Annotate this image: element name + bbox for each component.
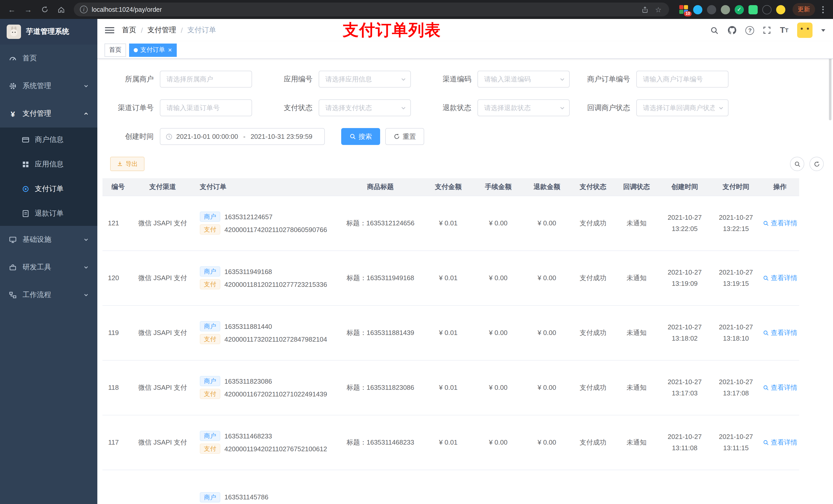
cell-amount: ¥ 0.01: [423, 305, 474, 360]
screen: ← → i localhost:1024/pay/order ☆ 10 ✓: [0, 0, 833, 504]
help-icon[interactable]: ?: [746, 26, 754, 34]
merchant-input[interactable]: [160, 71, 252, 88]
hamburger-icon[interactable]: [105, 26, 114, 34]
sidebar-item-refund-order[interactable]: 退款订单: [0, 201, 97, 226]
cell-id: 119: [102, 305, 130, 360]
view-detail-label: 查看详情: [771, 438, 798, 447]
update-button[interactable]: 更新: [792, 3, 815, 16]
cell-channel: 微信 JSAPI 支付: [130, 360, 195, 415]
back-icon[interactable]: ←: [5, 3, 19, 16]
chevron-down-icon: [84, 236, 89, 244]
reload-icon[interactable]: [38, 3, 51, 16]
tag-label: 支付订单: [140, 46, 165, 54]
range-separator: -: [241, 133, 247, 140]
search-button[interactable]: 搜索: [341, 128, 380, 145]
breadcrumb-home[interactable]: 首页: [122, 26, 136, 35]
bookmark-star-icon[interactable]: ☆: [654, 5, 663, 14]
ext-gray-icon[interactable]: [721, 5, 730, 14]
ext-green-chat-icon[interactable]: [748, 5, 758, 14]
sidebar-item-workflow[interactable]: 工作流程: [0, 281, 97, 309]
pay-tag: 支付: [200, 334, 220, 344]
sidebar-item-devtools[interactable]: 研发工具: [0, 254, 97, 281]
cell-title: 标题：1635311881439: [338, 305, 423, 360]
sidebar-item-system[interactable]: 系统管理: [0, 72, 97, 100]
ext-dark-icon[interactable]: [707, 5, 716, 14]
cell-amount: ¥ 0.01: [423, 360, 474, 415]
view-detail-link[interactable]: 查看详情: [763, 328, 798, 337]
cell-title: 标题：1635311468233: [338, 415, 423, 470]
cell-pay-time: 2021-10-2713:18:10: [711, 305, 761, 360]
address-bar[interactable]: i localhost:1024/pay/order ☆: [74, 3, 669, 16]
refund-status-select[interactable]: [477, 99, 570, 116]
avatar-caret-icon[interactable]: [821, 29, 825, 31]
view-detail-link[interactable]: 查看详情: [763, 273, 798, 283]
font-size-icon[interactable]: TT: [780, 26, 788, 34]
chevron-down-icon: [401, 105, 406, 111]
filter-label: 商户订单编号: [579, 74, 636, 84]
channel-order-no-input[interactable]: [160, 99, 252, 116]
fullscreen-icon[interactable]: [763, 26, 771, 34]
refresh-button[interactable]: [809, 157, 824, 171]
date: 2021-10-27: [711, 267, 761, 278]
share-icon[interactable]: [640, 5, 649, 14]
ext-pin-icon[interactable]: [762, 5, 771, 14]
date: 2021-10-27: [711, 377, 761, 387]
view-detail-label: 查看详情: [771, 273, 798, 283]
notify-status-select[interactable]: [636, 99, 729, 116]
breadcrumb-payment[interactable]: 支付管理: [147, 26, 176, 35]
merchant-order-no-input[interactable]: [636, 71, 729, 88]
page-info-icon[interactable]: i: [80, 6, 88, 13]
cell-create-time: 2021-10-2713:19:09: [658, 250, 711, 305]
view-detail-link[interactable]: 查看详情: [763, 438, 798, 447]
sidebar-item-pay-order[interactable]: 支付订单: [0, 177, 97, 201]
app-select[interactable]: [319, 71, 411, 88]
view-detail-link[interactable]: 查看详情: [763, 383, 798, 392]
forward-icon[interactable]: →: [22, 3, 35, 16]
sidebar-item-label: 工作流程: [23, 290, 51, 299]
dashboard-icon: [9, 54, 17, 63]
reset-button[interactable]: 重置: [385, 128, 424, 145]
scrollbar-thumb[interactable]: [829, 49, 831, 120]
close-icon[interactable]: ×: [168, 47, 172, 53]
time: 13:17:03: [658, 387, 711, 399]
view-detail-link[interactable]: 查看详情: [763, 218, 798, 228]
reset-button-label: 重置: [403, 132, 416, 141]
orders-table: 编号 支付渠道 支付订单 商品标题 支付金额 手续金额 退款金额 支付状态 回调…: [102, 178, 799, 504]
date: 2021-10-27: [658, 212, 711, 223]
tag-home[interactable]: 首页: [104, 43, 126, 56]
toggle-search-button[interactable]: [790, 157, 804, 171]
monitor-icon: [9, 236, 17, 244]
tags-view: 首页 支付订单 ×: [97, 42, 833, 59]
ext-green-check-icon[interactable]: ✓: [735, 5, 744, 14]
ext-profile-avatar[interactable]: [776, 5, 785, 14]
cell-fee: ¥ 0.00: [474, 305, 523, 360]
search-icon[interactable]: [710, 26, 719, 34]
channel-code-select[interactable]: [477, 71, 570, 88]
create-time-range-picker[interactable]: 2021-10-01 00:00:00 - 2021-10-31 23:59:5…: [160, 128, 325, 145]
github-icon[interactable]: [728, 26, 737, 35]
cell-order: 商户1635311881440 支付4200001173202110272847…: [195, 305, 338, 360]
sidebar-item-home[interactable]: 首页: [0, 45, 97, 72]
cell-pay-time: 2021-10-2713:19:15: [711, 250, 761, 305]
tag-pay-order[interactable]: 支付订单 ×: [129, 43, 176, 56]
merchant-tag: 商户: [200, 212, 220, 222]
sidebar-item-payment[interactable]: ¥ 支付管理: [0, 100, 97, 127]
cell-pay-time: 2021-10-2713:11:15: [711, 415, 761, 470]
browser-menu-icon[interactable]: [818, 6, 828, 13]
sidebar-item-app-info[interactable]: 应用信息: [0, 152, 97, 177]
ext-blue-icon[interactable]: [693, 5, 703, 14]
navbar-actions: ? TT: [710, 23, 825, 38]
pay-status-select[interactable]: [319, 99, 411, 116]
cell-title: 标题：1635311949168: [338, 250, 423, 305]
breadcrumb: 首页 / 支付管理 / 支付订单: [122, 26, 216, 35]
export-button[interactable]: 导出: [110, 157, 144, 171]
extensions-grid-icon[interactable]: 10: [679, 5, 689, 14]
date: 2021-10-27: [658, 267, 711, 278]
sidebar-item-label: 基础设施: [23, 235, 51, 244]
user-avatar[interactable]: [797, 23, 812, 38]
time: 13:19:09: [658, 278, 711, 289]
merchant-tag: 商户: [200, 431, 220, 441]
home-icon[interactable]: [54, 3, 68, 16]
sidebar-item-merchant-info[interactable]: 商户信息: [0, 127, 97, 152]
sidebar-item-infra[interactable]: 基础设施: [0, 226, 97, 254]
